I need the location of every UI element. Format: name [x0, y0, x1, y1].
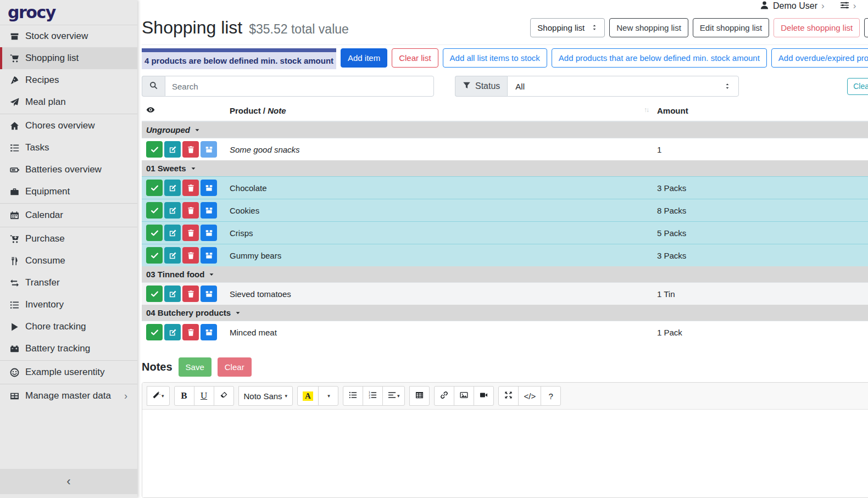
code-view-button[interactable]: </> — [518, 386, 541, 406]
product-column-header[interactable]: Product / Note ↑↓ — [225, 103, 653, 121]
product-group-row[interactable]: 04 Butchery products — [142, 305, 868, 321]
sidebar-item-shopping-list[interactable]: Shopping list — [0, 47, 137, 69]
underline-button[interactable]: U — [194, 386, 214, 406]
save-notes-button[interactable]: Save — [179, 357, 212, 377]
mark-done-button[interactable] — [146, 141, 163, 158]
smile-icon — [8, 368, 21, 377]
delete-item-button[interactable] — [182, 247, 199, 264]
edit-item-button[interactable] — [164, 225, 181, 241]
clear-filter-button[interactable]: Clear filter — [847, 78, 868, 95]
new-shopping-list-button[interactable]: New shopping list — [609, 18, 688, 37]
mark-done-button[interactable] — [146, 180, 163, 196]
sidebar-item-meal-plan[interactable]: Meal plan — [0, 91, 137, 113]
edit-item-button[interactable] — [164, 247, 181, 264]
ordered-list-button[interactable]: 123 — [363, 386, 383, 406]
delete-item-button[interactable] — [182, 202, 199, 219]
sidebar-item-tasks[interactable]: Tasks — [0, 137, 137, 159]
add-to-stock-button[interactable] — [201, 180, 217, 196]
sidebar-item-battery-tracking[interactable]: Battery tracking — [0, 338, 137, 360]
add-to-stock-button[interactable] — [201, 202, 217, 219]
font-name-value: Noto Sans — [244, 391, 282, 401]
product-group-row[interactable]: Ungrouped — [142, 121, 868, 138]
sidebar-collapse-button[interactable]: ‹ — [0, 469, 137, 494]
add-item-button[interactable]: Add item — [341, 48, 387, 68]
sidebar-item-stock-overview[interactable]: Stock overview — [0, 25, 137, 47]
insert-picture-button[interactable] — [454, 386, 474, 406]
status-select[interactable]: All — [507, 76, 739, 97]
sidebar-item-inventory[interactable]: Inventory — [0, 294, 137, 316]
font-color-button[interactable]: A — [297, 386, 319, 406]
notes-editing-area[interactable] — [142, 410, 868, 497]
edit-item-button[interactable] — [164, 286, 181, 302]
delete-shopping-list-button[interactable]: Delete shopping list — [774, 18, 860, 37]
add-all-to-stock-button[interactable]: Add all list items to stock — [443, 48, 547, 68]
font-color-dropdown-button[interactable]: ▾ — [318, 386, 338, 406]
mark-done-button[interactable] — [146, 225, 163, 241]
sidebar-item-transfer[interactable]: Transfer — [0, 272, 137, 294]
mark-done-button[interactable] — [146, 286, 163, 302]
edit-shopping-list-button[interactable]: Edit shopping list — [693, 18, 769, 37]
sidebar-item-chore-tracking[interactable]: Chore tracking — [0, 316, 137, 338]
clear-notes-button[interactable]: Clear — [218, 357, 252, 377]
delete-item-button[interactable] — [182, 225, 199, 241]
add-overdue-button[interactable]: Add overdue/expired products — [771, 48, 868, 68]
logo-area: grocy — [0, 0, 137, 25]
sort-icon[interactable]: ↑↓ — [644, 106, 648, 114]
amount-cell: 3 Packs — [653, 244, 868, 267]
sidebar-item-manage-master-data[interactable]: Manage master data› — [0, 385, 137, 407]
sidebar-item-consume[interactable]: Consume — [0, 250, 137, 272]
help-button[interactable]: ? — [541, 386, 561, 406]
edit-item-button[interactable] — [164, 202, 181, 219]
search-input[interactable] — [165, 76, 434, 97]
delete-item-button[interactable] — [182, 180, 199, 196]
eraser-button[interactable] — [214, 386, 234, 406]
sidebar-item-chores-overview[interactable]: Chores overview — [0, 115, 137, 137]
add-to-stock-button[interactable] — [201, 141, 217, 158]
sidebar-item-purchase[interactable]: Purchase — [0, 228, 137, 250]
insert-video-button[interactable] — [474, 386, 494, 406]
sidebar-item-batteries-overview[interactable]: Batteries overview — [0, 159, 137, 181]
user-menu[interactable]: Demo User › — [760, 1, 825, 12]
delete-item-button[interactable] — [182, 141, 199, 158]
font-family-button[interactable]: Noto Sans▾ — [238, 386, 293, 406]
sidebar-item-calendar[interactable]: Calendar — [0, 204, 137, 226]
edit-item-button[interactable] — [164, 141, 181, 158]
status-label: Status — [475, 81, 500, 91]
insert-link-button[interactable] — [434, 386, 454, 406]
settings-menu[interactable]: › — [840, 1, 856, 12]
delete-item-button[interactable] — [182, 286, 199, 302]
grocy-logo[interactable]: grocy — [8, 3, 55, 22]
fullscreen-button[interactable] — [498, 386, 519, 406]
shopping-list-selector[interactable]: Shopping list — [530, 18, 605, 37]
add-to-stock-button[interactable] — [201, 324, 217, 340]
toggle-done-visibility-header[interactable] — [142, 103, 225, 121]
sidebar-item-label: Purchase — [25, 233, 65, 244]
add-to-stock-button[interactable] — [201, 247, 217, 264]
editor-toolbar: ▾ B U Noto Sans▾ A ▾ — [142, 383, 868, 410]
edit-item-button[interactable] — [164, 180, 181, 196]
bold-button[interactable]: B — [174, 386, 194, 406]
mark-done-button[interactable] — [146, 247, 163, 264]
sidebar-item-recipes[interactable]: Recipes — [0, 69, 137, 91]
add-to-stock-button[interactable] — [201, 225, 217, 241]
style-magic-button[interactable]: ▾ — [147, 386, 170, 406]
product-group-row[interactable]: 03 Tinned food — [142, 266, 868, 283]
add-below-min-button[interactable]: Add products that are below defined min.… — [552, 48, 767, 68]
unordered-list-button[interactable] — [343, 386, 363, 406]
insert-table-button[interactable] — [409, 386, 430, 406]
clear-list-button[interactable]: Clear list — [392, 48, 438, 68]
shopping-list-row: Minced meat1 Pack — [142, 321, 868, 344]
shopping-list-selector-value: Shopping list — [537, 23, 585, 32]
print-button[interactable]: Print — [864, 18, 868, 37]
sidebar-item-example-userentity[interactable]: Example userentity — [0, 361, 137, 383]
mark-done-button[interactable] — [146, 202, 163, 219]
add-to-stock-button[interactable] — [201, 286, 217, 302]
delete-item-button[interactable] — [182, 324, 199, 340]
below-min-stock-notice[interactable]: 4 products are below defined min. stock … — [142, 48, 336, 69]
mark-done-button[interactable] — [146, 324, 163, 340]
edit-item-button[interactable] — [164, 324, 181, 340]
paragraph-button[interactable]: ▾ — [382, 386, 405, 406]
amount-column-header[interactable]: Amount ↑↓ — [653, 103, 868, 121]
sidebar-item-equipment[interactable]: Equipment — [0, 181, 137, 203]
product-group-row[interactable]: 01 Sweets — [142, 160, 868, 177]
